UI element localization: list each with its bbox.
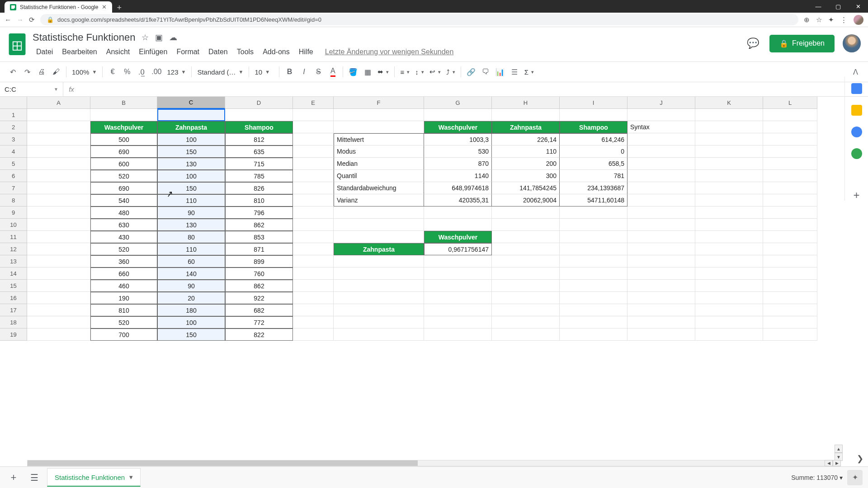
cell-L19[interactable] xyxy=(763,328,817,341)
cell-K4[interactable] xyxy=(695,145,763,158)
cell-E13[interactable] xyxy=(293,255,334,267)
add-sheet-button[interactable]: + xyxy=(5,469,22,486)
cloud-status-icon[interactable]: ☁ xyxy=(169,33,177,42)
cell-E9[interactable] xyxy=(293,206,334,219)
cell-J15[interactable] xyxy=(627,280,695,292)
url-field[interactable]: 🔒 docs.google.com/spreadsheets/d/1fke71Y… xyxy=(40,14,798,25)
cell-H6[interactable]: 300 xyxy=(492,170,560,182)
cell-H9[interactable] xyxy=(492,206,560,219)
cell-E16[interactable] xyxy=(293,292,334,304)
cell-C16[interactable]: 20 xyxy=(157,292,225,304)
cell-H3[interactable]: 226,14 xyxy=(492,133,560,145)
cell-A11[interactable] xyxy=(27,231,90,243)
menu-item-tools[interactable]: Tools xyxy=(233,46,257,58)
cell-C1[interactable] xyxy=(157,109,225,121)
cell-H10[interactable] xyxy=(492,219,560,231)
cell-C3[interactable]: 100 xyxy=(157,133,225,145)
cell-D18[interactable]: 772 xyxy=(225,316,293,328)
cell-J8[interactable] xyxy=(627,194,695,206)
cell-F18[interactable] xyxy=(334,316,424,328)
increase-decimal-button[interactable]: .00 xyxy=(150,65,163,79)
cell-F16[interactable] xyxy=(334,292,424,304)
cell-F8[interactable]: Varianz xyxy=(334,194,424,206)
row-header-19[interactable]: 19 xyxy=(0,328,27,341)
tasks-icon[interactable] xyxy=(851,127,862,137)
add-addon-icon[interactable]: + xyxy=(851,190,862,201)
link-button[interactable]: 🔗 xyxy=(465,65,477,79)
cell-C8[interactable]: 110 xyxy=(157,194,225,206)
menu-item-hilfe[interactable]: Hilfe xyxy=(295,46,317,58)
cell-H15[interactable] xyxy=(492,280,560,292)
merge-button[interactable]: ⬌▾ xyxy=(376,68,391,76)
cell-B16[interactable]: 190 xyxy=(90,292,157,304)
cell-B6[interactable]: 520 xyxy=(90,170,157,182)
cell-A8[interactable] xyxy=(27,194,90,206)
cell-A5[interactable] xyxy=(27,158,90,170)
cell-I11[interactable] xyxy=(560,231,627,243)
menu-icon[interactable]: ⋮ xyxy=(840,16,847,24)
cell-I13[interactable] xyxy=(560,255,627,267)
cell-L6[interactable] xyxy=(763,170,817,182)
browser-tab[interactable]: Statistische Funktionen - Google ✕ xyxy=(5,1,112,13)
cell-J1[interactable] xyxy=(627,109,695,121)
zoom-select[interactable]: 100%▼ xyxy=(70,68,99,76)
cell-A15[interactable] xyxy=(27,280,90,292)
row-header-5[interactable]: 5 xyxy=(0,158,27,170)
cell-K18[interactable] xyxy=(695,316,763,328)
cell-E10[interactable] xyxy=(293,219,334,231)
row-header-7[interactable]: 7 xyxy=(0,182,27,194)
cell-H18[interactable] xyxy=(492,316,560,328)
cell-C12[interactable]: 110 xyxy=(157,243,225,255)
col-header-F[interactable]: F xyxy=(334,97,424,109)
move-doc-icon[interactable]: ▣ xyxy=(155,33,163,42)
cell-A14[interactable] xyxy=(27,267,90,280)
browser-avatar[interactable] xyxy=(854,15,863,25)
row-header-10[interactable]: 10 xyxy=(0,219,27,231)
redo-button[interactable]: ↷ xyxy=(21,65,33,79)
paint-format-button[interactable]: 🖌 xyxy=(50,65,62,79)
format-select[interactable]: 123▼ xyxy=(165,68,188,76)
cell-D16[interactable]: 922 xyxy=(225,292,293,304)
cell-I18[interactable] xyxy=(560,316,627,328)
cell-G7[interactable]: 648,9974618 xyxy=(424,182,492,194)
extensions-icon[interactable]: ✦ xyxy=(828,16,834,24)
cell-I8[interactable]: 54711,60148 xyxy=(560,194,627,206)
all-sheets-button[interactable]: ☰ xyxy=(26,469,42,486)
row-header-11[interactable]: 11 xyxy=(0,231,27,243)
scrollbar-thumb[interactable] xyxy=(28,460,418,466)
cell-I10[interactable] xyxy=(560,219,627,231)
cell-C15[interactable]: 90 xyxy=(157,280,225,292)
cell-C4[interactable]: 150 xyxy=(157,145,225,158)
cell-I9[interactable] xyxy=(560,206,627,219)
cell-E6[interactable] xyxy=(293,170,334,182)
cell-E15[interactable] xyxy=(293,280,334,292)
cell-I1[interactable] xyxy=(560,109,627,121)
cell-K15[interactable] xyxy=(695,280,763,292)
cell-H2[interactable]: Zahnpasta xyxy=(492,121,560,133)
contacts-icon[interactable] xyxy=(851,148,862,159)
cell-C6[interactable]: 100 xyxy=(157,170,225,182)
cell-J14[interactable] xyxy=(627,267,695,280)
cell-I14[interactable] xyxy=(560,267,627,280)
cell-E3[interactable] xyxy=(293,133,334,145)
cell-F12[interactable]: Zahnpasta xyxy=(334,243,424,255)
comment-insert-button[interactable]: 🗨 xyxy=(479,65,492,79)
cell-B11[interactable]: 430 xyxy=(90,231,157,243)
font-select[interactable]: Standard (…▼ xyxy=(195,68,245,76)
doc-title[interactable]: Statistische Funktionen xyxy=(33,32,135,43)
menu-item-format[interactable]: Format xyxy=(173,46,203,58)
cell-I6[interactable]: 781 xyxy=(560,170,627,182)
row-header-17[interactable]: 17 xyxy=(0,304,27,316)
cell-F7[interactable]: Standardabweichung xyxy=(334,182,424,194)
cell-B14[interactable]: 660 xyxy=(90,267,157,280)
row-header-3[interactable]: 3 xyxy=(0,133,27,145)
valign-button[interactable]: ↕▾ xyxy=(413,68,426,76)
cell-K10[interactable] xyxy=(695,219,763,231)
sheets-logo[interactable] xyxy=(7,32,27,57)
cell-E12[interactable] xyxy=(293,243,334,255)
cell-G19[interactable] xyxy=(424,328,492,341)
cell-G11[interactable]: Waschpulver xyxy=(424,231,492,243)
cell-H13[interactable] xyxy=(492,255,560,267)
cell-L12[interactable] xyxy=(763,243,817,255)
undo-button[interactable]: ↶ xyxy=(6,65,19,79)
